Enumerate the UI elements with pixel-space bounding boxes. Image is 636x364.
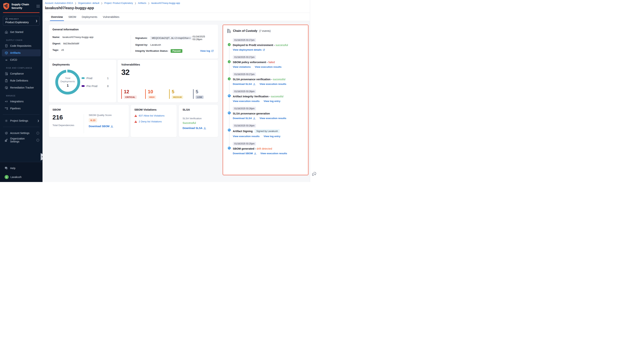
allow-list-violations-link[interactable]: 637 Allow list Violations <box>139 114 164 117</box>
event-timestamp: 01/16/2025 03:26pm <box>233 124 256 128</box>
integrity-status-label: Integrity Verification Status: <box>135 50 168 52</box>
tab-bar: Overview SBOM Deployments Vulnerabilitie… <box>42 13 310 21</box>
account-settings-icon <box>4 132 8 135</box>
card-title: SBOM Violations <box>134 108 173 111</box>
view-violations-link[interactable]: View violations <box>233 66 251 68</box>
card-title: SLSA <box>182 108 214 111</box>
sidebar-item-project-settings[interactable]: Project Settings ❯ <box>0 117 42 124</box>
view-execution-results-link[interactable]: View execution results <box>255 66 282 68</box>
warning-triangle-icon <box>134 120 137 123</box>
home-icon <box>4 30 8 34</box>
project-selector-value: Product Exploratory <box>5 21 34 24</box>
sidebar-item-pipelines[interactable]: Pipelines <box>0 105 42 112</box>
event-timestamp: 01/16/2025 03:26pm <box>233 90 256 93</box>
pipeline-stage-icon: ∞ <box>228 43 231 47</box>
chain-events-count: (7 events) <box>259 30 270 32</box>
severity-high: 10 HIGH <box>145 89 161 99</box>
tab-sbom[interactable]: SBOM <box>68 13 76 21</box>
project-selector[interactable]: PROJECT Product Exploratory ❯ <box>3 16 40 26</box>
chevron-separator-icon: ❯ <box>134 2 136 4</box>
view-execution-results-link[interactable]: View execution results <box>260 83 286 86</box>
critical-badge: CRITICAL <box>124 96 137 99</box>
sidebar-item-account-settings[interactable]: Account Settings i <box>0 130 42 136</box>
sidebar-item-code-repositories[interactable]: Code Repositories <box>0 42 42 49</box>
event-timestamp: 01/16/2025 03:25pm <box>233 142 256 146</box>
sidebar-item-artifacts[interactable]: Artifacts <box>2 49 41 56</box>
scan-stage-icon <box>228 146 231 150</box>
breadcrumb-account[interactable]: Account: Automation-SSCA <box>45 2 73 4</box>
sbom-quality-label: SBOM Quality Score <box>89 114 113 116</box>
sidebar-item-cicd[interactable]: ∞ CI/CD <box>0 56 42 63</box>
chevron-right-icon: ❯ <box>36 20 38 22</box>
tags-label: Tags: <box>52 48 59 51</box>
app-window: Supply Chain Security PROJECT <box>0 0 318 182</box>
breadcrumb-organization[interactable]: Organization: default <box>78 2 99 4</box>
breadcrumb-current[interactable]: lavakush07/easy-buggy-app <box>151 2 180 4</box>
vulnerabilities-total: 32 <box>121 68 214 77</box>
info-icon[interactable]: i <box>36 139 39 142</box>
warning-triangle-icon <box>134 114 137 117</box>
view-log-entry-link[interactable]: View log entry <box>264 135 280 138</box>
view-execution-results-link[interactable]: View execution results <box>260 152 287 155</box>
sidebar-item-remediation-tracker[interactable]: Remediation Tracker <box>0 84 42 91</box>
legend-item-pre-prod: Pre Prod 0 <box>82 84 108 88</box>
breadcrumb-artifacts[interactable]: Artifacts <box>138 2 146 4</box>
custody-event-artifact-integrity: 01/16/2025 03:26pm Artifact Integrity Ve… <box>228 90 304 102</box>
prod-swatch <box>82 77 85 79</box>
view-deployment-details-link[interactable]: View deployment details <box>233 48 265 51</box>
tab-vulnerabilities[interactable]: Vulnerabilities <box>103 13 120 21</box>
sbom-total-dependencies: 216 <box>52 114 84 121</box>
view-execution-results-link[interactable]: View execution results <box>233 135 260 138</box>
slsa-verification-label: SLSA Verification <box>182 117 214 120</box>
donut-center-label: Total Deployments <box>58 76 77 83</box>
sidebar-item-rule-definitions[interactable]: Rule Definitions <box>0 77 42 84</box>
sidebar-item-get-started[interactable]: Get Started <box>0 28 42 36</box>
user-avatar: L <box>4 175 9 179</box>
vulnerabilities-card: Vulnerabilities 32 12 CRITICAL 10 HIGH <box>118 60 218 102</box>
signed-by-label: Signed by: <box>135 44 148 46</box>
sidebar-item-compliance[interactable]: Compliance <box>0 70 42 77</box>
view-log-link[interactable]: View log <box>200 50 214 52</box>
deployments-donut-chart: Total Deployments 1 <box>54 68 82 96</box>
module-switcher-grid-icon[interactable] <box>36 4 40 8</box>
download-icon <box>253 83 256 85</box>
tab-deployments[interactable]: Deployments <box>82 13 97 21</box>
download-slsa-link[interactable]: Download SLSA <box>233 83 256 86</box>
view-log-entry-link[interactable]: View log entry <box>264 100 280 102</box>
right-utility-rail <box>310 0 318 182</box>
tab-overview[interactable]: Overview <box>51 13 63 21</box>
custody-timeline: ∞ 01/16/2025 03:27pm Deployed to Prod2 e… <box>228 38 304 155</box>
user-menu[interactable]: L Lavakush <box>0 175 42 179</box>
download-sbom-link[interactable]: Download SBOM <box>233 152 256 155</box>
custody-event-artifact-signing: 01/16/2025 03:26pm Artifact Signing Sign… <box>228 124 304 138</box>
signature-date: 01/16/2025 03:26pm <box>192 35 214 41</box>
infinity-icon: ∞ <box>4 58 8 62</box>
breadcrumb-project[interactable]: Project: Product Exploratory <box>104 2 133 4</box>
sidebar-item-organization-settings[interactable]: Organization Settings i <box>0 136 42 144</box>
sidebar-item-integrations[interactable]: Integrations <box>0 98 42 105</box>
sidebar-item-help[interactable]: ? Help <box>0 165 42 172</box>
view-execution-results-link[interactable]: View execution results <box>260 117 286 120</box>
download-slsa-link[interactable]: Download SLSA <box>233 117 256 120</box>
sidebar-nav: Get Started SUPPLY CHAIN Code Repositori… <box>0 28 42 144</box>
digest-label: Digest: <box>52 42 61 45</box>
artifacts-cube-icon <box>4 51 8 54</box>
scan-stage-icon <box>228 111 231 115</box>
section-label-supply-chain: SUPPLY CHAIN <box>0 39 42 41</box>
view-execution-results-link[interactable]: View execution results <box>233 100 260 102</box>
info-icon[interactable]: i <box>36 132 39 134</box>
deployments-legend: Prod 1 Pre Prod 0 <box>82 76 108 88</box>
download-slsa-link[interactable]: Download SLSA <box>182 126 206 130</box>
code-repo-icon <box>4 44 8 48</box>
custody-event-sbom-policy: ∞ 01/16/2025 03:27pm SBOM policy enforce… <box>228 56 304 68</box>
deployments-card: Deployments Total Deployments 1 <box>49 60 116 102</box>
external-link-icon <box>211 50 214 52</box>
app-title: Supply Chain Security <box>12 3 29 10</box>
svg-text:∞: ∞ <box>228 44 230 46</box>
download-icon <box>254 152 256 154</box>
low-badge: LOW <box>196 96 204 99</box>
download-sbom-link[interactable]: Download SBOM <box>89 125 113 128</box>
deny-list-violations-link[interactable]: 2 Deny list Violations <box>139 120 162 123</box>
chat-support-icon[interactable] <box>312 172 316 177</box>
event-timestamp: 01/16/2025 03:27pm <box>233 56 256 59</box>
